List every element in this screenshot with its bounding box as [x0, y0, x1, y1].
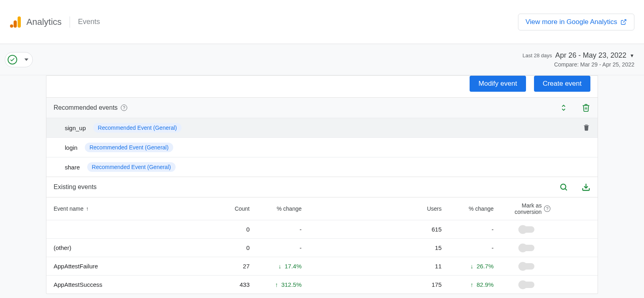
events-card: Modify event Create event Recommended ev… — [46, 75, 598, 294]
sort-icon[interactable] — [559, 103, 568, 112]
external-link-icon — [620, 19, 627, 25]
users-change-value: 26.7% — [476, 263, 494, 270]
trash-icon[interactable] — [582, 123, 590, 133]
recommended-event-row[interactable]: shareRecommended Event (General) — [46, 157, 598, 177]
arrow-down-icon: ↓ — [278, 263, 282, 270]
event-name-cell: (other) — [54, 244, 202, 251]
count-change-cell: ↑312.5% — [250, 281, 302, 288]
col-count-change[interactable]: % change — [250, 205, 302, 212]
conversion-toggle[interactable] — [518, 282, 534, 288]
table-row[interactable]: (other)0-15- — [46, 238, 598, 257]
check-circle-icon — [8, 55, 17, 64]
svg-line-3 — [623, 20, 626, 22]
conversion-toggle[interactable] — [518, 226, 534, 233]
recommended-event-row[interactable]: sign_upRecommended Event (General) — [46, 118, 598, 137]
svg-rect-0 — [18, 16, 21, 28]
arrow-down-icon: ↓ — [470, 263, 474, 270]
event-name-cell: AppAttestSuccess — [54, 281, 202, 288]
count-cell: 433 — [202, 281, 250, 288]
users-change-value: 82.9% — [476, 281, 494, 288]
sort-asc-icon: ↑ — [86, 205, 89, 212]
table-row[interactable]: 0-615- — [46, 220, 598, 238]
analytics-logo: Analytics — [10, 16, 62, 28]
recommended-event-name: share — [65, 164, 80, 171]
count-change-value: 312.5% — [281, 281, 302, 288]
header-divider — [70, 16, 70, 28]
users-change-cell: - — [442, 244, 494, 251]
count-cell: 27 — [202, 263, 250, 270]
users-change-cell: ↑82.9% — [442, 281, 494, 288]
table-header: Event name ↑ Count % change Users % chan… — [46, 197, 598, 220]
date-range: Apr 26 - May 23, 2022 — [555, 51, 626, 60]
top-header: Analytics Events View more in Google Ana… — [0, 0, 644, 44]
users-cell: 175 — [302, 281, 442, 288]
date-compare: Compare: Mar 29 - Apr 25, 2022 — [522, 61, 634, 68]
help-icon[interactable]: ? — [121, 105, 127, 111]
col-count[interactable]: Count — [202, 205, 250, 212]
search-icon[interactable] — [559, 183, 568, 191]
col-event-name[interactable]: Event name — [54, 205, 84, 212]
arrow-up-icon: ↑ — [470, 281, 474, 288]
conversion-toggle[interactable] — [518, 245, 534, 251]
col-users[interactable]: Users — [302, 205, 442, 212]
svg-point-2 — [10, 24, 13, 28]
download-icon[interactable] — [582, 183, 590, 191]
conversion-toggle[interactable] — [518, 263, 534, 270]
count-change-cell: - — [250, 244, 302, 251]
chevron-down-icon — [24, 58, 28, 61]
event-name-cell: AppAttestFailure — [54, 263, 202, 270]
modify-event-button[interactable]: Modify event — [470, 76, 526, 92]
existing-section-header: Existing events — [46, 177, 598, 197]
users-cell: 11 — [302, 263, 442, 270]
recommended-event-name: sign_up — [65, 125, 86, 131]
recommended-section-header: Recommended events ? — [46, 97, 598, 118]
view-more-label: View more in Google Analytics — [526, 18, 617, 26]
svg-rect-1 — [14, 20, 17, 28]
col-mark-conversion: Mark as conversion — [494, 202, 542, 215]
svg-point-4 — [561, 184, 566, 189]
svg-line-5 — [565, 189, 567, 190]
recommended-event-name: login — [65, 144, 78, 151]
recommended-event-chip: Recommended Event (General) — [93, 123, 182, 133]
create-event-button[interactable]: Create event — [534, 76, 590, 92]
recommended-event-chip: Recommended Event (General) — [87, 162, 176, 172]
caret-down-icon: ▼ — [630, 53, 634, 58]
table-row[interactable]: AppAttestFailure27↓17.4%11↓26.7% — [46, 257, 598, 275]
page-title: Events — [78, 18, 100, 26]
view-more-button[interactable]: View more in Google Analytics — [518, 14, 634, 30]
status-filter-pill[interactable] — [5, 52, 33, 67]
recommended-event-chip: Recommended Event (General) — [85, 143, 174, 152]
filter-bar: Last 28 days Apr 26 - May 23, 2022 ▼ Com… — [0, 44, 644, 75]
date-range-picker[interactable]: Last 28 days Apr 26 - May 23, 2022 ▼ Com… — [522, 51, 634, 68]
users-cell: 15 — [302, 244, 442, 251]
delete-all-icon[interactable] — [582, 103, 590, 112]
date-prefix: Last 28 days — [522, 52, 552, 58]
app-name: Analytics — [26, 17, 62, 27]
count-cell: 0 — [202, 244, 250, 251]
col-users-change[interactable]: % change — [442, 205, 494, 212]
users-change-cell: - — [442, 226, 494, 233]
table-row[interactable]: AppAttestSuccess433↑312.5%175↑82.9% — [46, 275, 598, 294]
arrow-up-icon: ↑ — [275, 281, 278, 288]
analytics-logo-icon — [10, 16, 22, 28]
users-change-cell: ↓26.7% — [442, 263, 494, 270]
count-cell: 0 — [202, 226, 250, 233]
recommended-event-row[interactable]: loginRecommended Event (General) — [46, 137, 598, 157]
help-icon[interactable]: ? — [544, 205, 550, 212]
count-change-cell: ↓17.4% — [250, 263, 302, 270]
count-change-value: 17.4% — [284, 263, 302, 270]
existing-title: Existing events — [54, 183, 97, 191]
users-cell: 615 — [302, 226, 442, 233]
recommended-title: Recommended events — [54, 104, 118, 111]
count-change-cell: - — [250, 226, 302, 233]
